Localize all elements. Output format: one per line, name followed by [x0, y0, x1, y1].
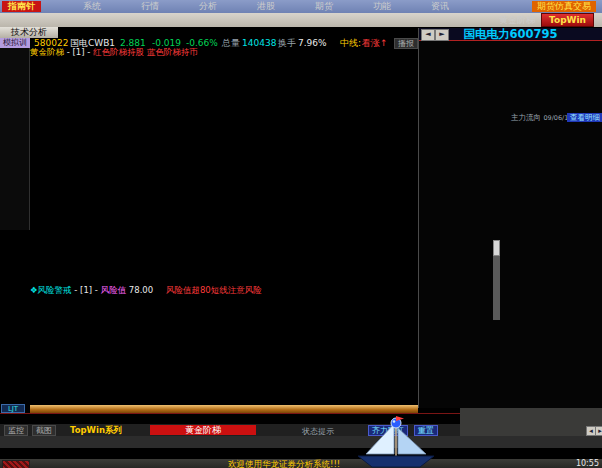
clock: 10:55 [576, 459, 599, 468]
main-indicator-header: 黄金阶梯 - [1] - 红色阶梯持股 蓝色阶梯持币 [30, 47, 418, 57]
tick-scrollbar[interactable] [493, 240, 500, 320]
compress-scroll-band[interactable] [30, 405, 418, 413]
menu-item[interactable]: 资讯 [391, 0, 449, 13]
sub-indicator-name: ❖风险警戒 [30, 285, 72, 295]
sub-indicator-header: ❖风险警戒 - [1] - 风险值 78.00 风险值超80短线注意风险 [30, 285, 418, 296]
welcome-message: 欢迎使用华龙证券分析系统!!! [228, 459, 340, 468]
gold-ladder-banner[interactable]: 黄金阶梯 [150, 425, 256, 435]
indicator-param: - [1] - [67, 47, 91, 57]
quote-panel-header: ◄ ► 国电电力600795 [419, 28, 602, 41]
scroll-right-icon[interactable]: ▸ [595, 426, 602, 436]
tab-tech-analysis[interactable]: 技术分析 [0, 27, 58, 38]
main-toolbar: 黄金阶梯 TopWin [0, 13, 602, 27]
menu-item[interactable]: 功能 [333, 0, 391, 13]
app-title: 指南针 [2, 1, 41, 12]
monitor-button[interactable]: 监控 [4, 425, 28, 436]
page-forward-icon[interactable]: ► [435, 29, 449, 41]
scrollbar-thumb[interactable] [493, 240, 500, 256]
sub-value: 78.00 [129, 285, 153, 295]
menu-item[interactable]: 分析 [159, 0, 217, 13]
page-back-icon[interactable]: ◄ [421, 29, 435, 41]
indicator-name: 黄金阶梯 [30, 47, 64, 57]
status-bar: 欢迎使用华龙证券分析系统!!! 10:55 [0, 459, 602, 468]
gold-ladder-button[interactable]: 黄金阶梯 [499, 14, 535, 27]
quote-panel: ◄ ► 国电电力600795 主力流向 09/06/18 查看明细 [418, 28, 602, 408]
mascot-boat-graphic[interactable] [346, 416, 446, 468]
risk-indicator-chart[interactable] [30, 296, 418, 405]
title-menu-bar: 指南针 系统行情分析港股期货功能资讯 期货仿真交易 [0, 0, 602, 13]
brand-chip [2, 460, 30, 468]
index-ticker-bar [0, 448, 602, 459]
day-info-panel [0, 48, 30, 230]
app-background-zone: ◂ ▸ [460, 408, 602, 436]
menu-item[interactable]: 系统 [43, 0, 101, 13]
trading-terminal-window: 指南针 系统行情分析港股期货功能资讯 期货仿真交易 黄金阶梯 TopWin 技术… [0, 0, 602, 468]
indicator-tag[interactable]: LJT [1, 404, 25, 413]
menu-item[interactable]: 港股 [217, 0, 275, 13]
sub-value-label: 风险值 [101, 285, 127, 295]
topwin-button[interactable]: TopWin [541, 13, 594, 27]
menu-item[interactable]: 行情 [101, 0, 159, 13]
menu-item[interactable]: 期货 [275, 0, 333, 13]
futures-sim-button[interactable]: 期货仿真交易 [532, 1, 596, 12]
sub-indicator-hint: 风险值超80短线注意风险 [166, 285, 262, 295]
bottom-tab-bar [0, 436, 602, 448]
snapshot-button[interactable]: 截图 [32, 425, 56, 436]
view-detail-link[interactable]: 查看明细 [567, 113, 602, 122]
indicator-hint: 红色阶梯持股 蓝色阶梯持币 [93, 47, 198, 57]
flow-header: 主力流向 09/06/18 查看明细 [511, 113, 602, 123]
flow-header-label: 主力流向 [511, 113, 541, 122]
sim-training-tab[interactable]: 模拟训练 [0, 38, 30, 48]
kline-chart[interactable] [30, 57, 418, 285]
sub-indicator-param: - [1] - [74, 285, 98, 295]
money-flow-pie-chart [485, 124, 602, 236]
